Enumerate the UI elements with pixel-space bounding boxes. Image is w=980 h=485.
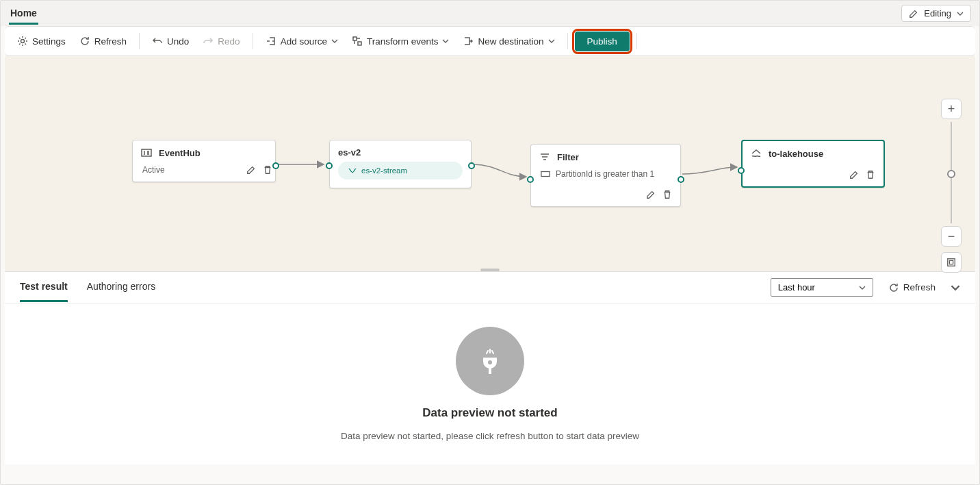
fit-icon — [946, 258, 956, 267]
source-icon — [266, 36, 276, 47]
destination-icon — [463, 36, 474, 47]
chevron-down-icon — [957, 10, 964, 17]
fit-screen-button[interactable] — [941, 252, 962, 273]
zoom-controls: + − — [941, 99, 962, 273]
svg-rect-5 — [948, 259, 955, 266]
lakehouse-icon — [751, 148, 762, 159]
port-out[interactable] — [272, 162, 279, 169]
zoom-out-button[interactable]: − — [941, 226, 962, 247]
panel-refresh-button[interactable]: Refresh — [883, 278, 941, 297]
transform-button[interactable]: Transform events — [346, 32, 455, 51]
time-range-select[interactable]: Last hour — [771, 278, 873, 297]
stream-pill: es-v2-stream — [338, 162, 463, 179]
node-header: es-v2 — [330, 140, 471, 159]
panel-tab-bar: Test result Authoring errors Last hour R… — [5, 272, 975, 303]
zoom-handle[interactable] — [947, 170, 955, 178]
node-rule: PartitionId is greater than 1 — [531, 169, 680, 186]
chevron-down-icon[interactable] — [951, 283, 960, 293]
svg-rect-1 — [353, 37, 357, 40]
zoom-in-button[interactable]: + — [941, 99, 962, 119]
pencil-icon[interactable] — [246, 165, 256, 175]
divider — [567, 33, 568, 49]
undo-button[interactable]: Undo — [146, 32, 194, 51]
tab-home[interactable]: Home — [9, 2, 38, 25]
stream-icon — [348, 166, 357, 175]
transform-icon — [352, 36, 363, 47]
svg-point-0 — [21, 40, 25, 43]
trash-icon[interactable] — [662, 190, 672, 199]
svg-rect-2 — [358, 42, 361, 45]
mode-dropdown[interactable]: Editing — [901, 5, 971, 22]
mode-label: Editing — [924, 8, 951, 18]
port-out[interactable] — [468, 162, 475, 169]
port-out[interactable] — [678, 176, 684, 183]
node-actions — [743, 166, 884, 186]
publish-button[interactable]: Publish — [575, 32, 630, 51]
toolbar: Settings Refresh Undo Redo Add source Tr… — [5, 26, 975, 56]
undo-icon — [152, 36, 163, 47]
settings-button[interactable]: Settings — [12, 32, 71, 51]
header-bar: Home Editing — [1, 1, 979, 26]
svg-rect-4 — [541, 172, 550, 177]
refresh-button[interactable]: Refresh — [74, 32, 132, 51]
chevron-down-icon — [442, 38, 449, 45]
port-in[interactable] — [527, 176, 534, 183]
gear-icon — [17, 36, 28, 47]
node-header: Filter — [531, 145, 680, 169]
bottom-panel: Test result Authoring errors Last hour R… — [5, 271, 975, 464]
filter-icon — [539, 151, 550, 162]
empty-title: Data preview not started — [422, 406, 557, 420]
abc-icon — [541, 169, 550, 179]
port-in[interactable] — [326, 162, 333, 169]
flow-canvas[interactable]: EventHub Active es-v2 es-v2-stream Filte… — [5, 56, 975, 271]
node-header: to-lakehouse — [743, 141, 884, 166]
chevron-down-icon — [331, 38, 338, 45]
node-header: EventHub — [133, 140, 275, 165]
refresh-icon — [79, 36, 90, 47]
divider — [253, 33, 253, 49]
eventhub-icon — [141, 147, 152, 158]
trash-icon[interactable] — [866, 170, 875, 179]
empty-state: Data preview not started Data preview no… — [5, 303, 975, 464]
new-destination-button[interactable]: New destination — [457, 32, 560, 51]
redo-button: Redo — [197, 32, 245, 51]
divider — [636, 33, 637, 49]
node-to-lakehouse[interactable]: to-lakehouse — [741, 140, 885, 188]
divider — [139, 33, 140, 49]
node-eventhub[interactable]: EventHub Active — [132, 140, 276, 182]
zoom-track[interactable] — [951, 122, 952, 223]
node-actions — [531, 186, 680, 206]
svg-rect-6 — [949, 260, 953, 264]
node-status-row: Active — [133, 165, 275, 182]
chevron-down-icon — [548, 38, 555, 45]
svg-rect-8 — [489, 367, 491, 374]
svg-rect-3 — [142, 149, 151, 156]
redo-icon — [203, 36, 214, 47]
node-filter[interactable]: Filter PartitionId is greater than 1 — [530, 144, 681, 207]
pencil-icon — [909, 9, 918, 18]
svg-point-7 — [488, 360, 492, 364]
tab-test-result[interactable]: Test result — [20, 273, 68, 302]
plug-icon — [456, 327, 524, 395]
add-source-button[interactable]: Add source — [260, 32, 344, 51]
empty-subtitle: Data preview not started, please click r… — [341, 431, 639, 441]
node-es-v2[interactable]: es-v2 es-v2-stream — [329, 140, 472, 188]
panel-resize-grip[interactable] — [480, 269, 500, 271]
port-in[interactable] — [738, 167, 745, 174]
refresh-icon — [888, 282, 899, 293]
tab-authoring-errors[interactable]: Authoring errors — [87, 273, 155, 302]
trash-icon[interactable] — [263, 165, 272, 175]
chevron-down-icon — [859, 284, 866, 291]
pencil-icon[interactable] — [646, 190, 656, 199]
pencil-icon[interactable] — [849, 170, 859, 179]
